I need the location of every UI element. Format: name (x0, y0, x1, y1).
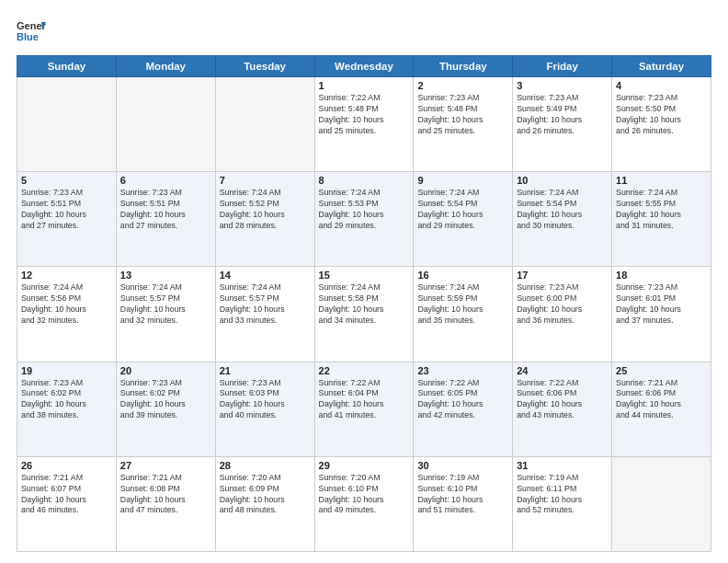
day-info: Sunrise: 7:22 AMSunset: 5:48 PMDaylight:… (319, 93, 410, 137)
day-info: Sunrise: 7:20 AMSunset: 6:10 PMDaylight:… (319, 473, 410, 517)
day-info: Sunrise: 7:21 AMSunset: 6:08 PMDaylight:… (120, 473, 211, 517)
calendar-day-cell: 30Sunrise: 7:19 AMSunset: 6:10 PMDayligh… (414, 456, 513, 551)
day-number: 29 (319, 460, 410, 471)
calendar-day-cell: 2Sunrise: 7:23 AMSunset: 5:48 PMDaylight… (414, 77, 513, 172)
day-info: Sunrise: 7:22 AMSunset: 6:04 PMDaylight:… (319, 378, 410, 422)
day-info: Sunrise: 7:24 AMSunset: 5:52 PMDaylight:… (220, 188, 311, 232)
calendar-day-cell (17, 77, 117, 172)
calendar-day-cell: 3Sunrise: 7:23 AMSunset: 5:49 PMDaylight… (513, 77, 612, 172)
day-info: Sunrise: 7:21 AMSunset: 6:06 PMDaylight:… (616, 378, 707, 422)
day-info: Sunrise: 7:24 AMSunset: 5:54 PMDaylight:… (417, 188, 508, 232)
day-info: Sunrise: 7:22 AMSunset: 6:05 PMDaylight:… (417, 378, 508, 422)
calendar-day-cell: 27Sunrise: 7:21 AMSunset: 6:08 PMDayligh… (116, 456, 215, 551)
calendar-day-cell: 4Sunrise: 7:23 AMSunset: 5:50 PMDaylight… (612, 77, 711, 172)
logo-graphic-icon: General Blue (17, 17, 46, 46)
weekday-header-wednesday: Wednesday (314, 56, 414, 77)
calendar-day-cell: 12Sunrise: 7:24 AMSunset: 5:56 PMDayligh… (17, 267, 117, 362)
day-info: Sunrise: 7:24 AMSunset: 5:58 PMDaylight:… (319, 282, 410, 327)
day-number: 14 (220, 270, 311, 281)
day-number: 6 (120, 175, 211, 186)
day-info: Sunrise: 7:19 AMSunset: 6:10 PMDaylight:… (417, 473, 508, 517)
day-number: 22 (319, 365, 410, 376)
calendar-day-cell: 23Sunrise: 7:22 AMSunset: 6:05 PMDayligh… (414, 362, 513, 456)
calendar-day-cell: 16Sunrise: 7:24 AMSunset: 5:59 PMDayligh… (414, 267, 513, 362)
day-number: 20 (120, 365, 211, 376)
calendar-week-row: 19Sunrise: 7:23 AMSunset: 6:02 PMDayligh… (17, 362, 711, 456)
calendar-week-row: 26Sunrise: 7:21 AMSunset: 6:07 PMDayligh… (17, 456, 711, 551)
calendar-day-cell: 19Sunrise: 7:23 AMSunset: 6:02 PMDayligh… (17, 362, 117, 456)
day-info: Sunrise: 7:24 AMSunset: 5:57 PMDaylight:… (220, 282, 311, 327)
day-number: 16 (417, 270, 508, 281)
calendar-day-cell: 7Sunrise: 7:24 AMSunset: 5:52 PMDaylight… (215, 172, 314, 267)
day-number: 31 (517, 460, 608, 471)
calendar-day-cell: 24Sunrise: 7:22 AMSunset: 6:06 PMDayligh… (513, 362, 612, 456)
day-number: 21 (220, 365, 311, 376)
day-info: Sunrise: 7:23 AMSunset: 6:00 PMDaylight:… (517, 282, 608, 327)
header: General Blue (17, 17, 711, 46)
weekday-header-tuesday: Tuesday (215, 56, 314, 77)
svg-text:General: General (17, 20, 46, 31)
day-number: 3 (517, 80, 608, 91)
calendar-page: General Blue SundayMondayTuesdayWednesda… (0, 0, 728, 563)
calendar-day-cell: 15Sunrise: 7:24 AMSunset: 5:58 PMDayligh… (314, 267, 414, 362)
day-info: Sunrise: 7:23 AMSunset: 6:02 PMDaylight:… (120, 378, 211, 422)
day-number: 17 (517, 270, 608, 281)
calendar-day-cell (612, 456, 711, 551)
svg-text:Blue: Blue (17, 31, 39, 42)
weekday-header-monday: Monday (116, 56, 215, 77)
calendar-day-cell: 5Sunrise: 7:23 AMSunset: 5:51 PMDaylight… (17, 172, 117, 267)
day-number: 26 (21, 460, 112, 471)
calendar-day-cell (116, 77, 215, 172)
calendar-day-cell: 31Sunrise: 7:19 AMSunset: 6:11 PMDayligh… (513, 456, 612, 551)
day-info: Sunrise: 7:23 AMSunset: 5:48 PMDaylight:… (417, 93, 508, 137)
day-number: 13 (120, 270, 211, 281)
calendar-day-cell: 13Sunrise: 7:24 AMSunset: 5:57 PMDayligh… (116, 267, 215, 362)
day-number: 4 (616, 80, 707, 91)
day-info: Sunrise: 7:21 AMSunset: 6:07 PMDaylight:… (21, 473, 112, 517)
day-number: 9 (417, 175, 508, 186)
day-info: Sunrise: 7:20 AMSunset: 6:09 PMDaylight:… (220, 473, 311, 517)
day-info: Sunrise: 7:23 AMSunset: 6:03 PMDaylight:… (220, 378, 311, 422)
day-info: Sunrise: 7:23 AMSunset: 5:51 PMDaylight:… (120, 188, 211, 232)
day-number: 23 (417, 365, 508, 376)
day-number: 28 (220, 460, 311, 471)
day-info: Sunrise: 7:24 AMSunset: 5:56 PMDaylight:… (21, 282, 112, 327)
weekday-header-saturday: Saturday (612, 56, 711, 77)
weekday-header-friday: Friday (513, 56, 612, 77)
calendar-day-cell: 6Sunrise: 7:23 AMSunset: 5:51 PMDaylight… (116, 172, 215, 267)
calendar-day-cell: 17Sunrise: 7:23 AMSunset: 6:00 PMDayligh… (513, 267, 612, 362)
calendar-day-cell: 11Sunrise: 7:24 AMSunset: 5:55 PMDayligh… (612, 172, 711, 267)
calendar-day-cell: 8Sunrise: 7:24 AMSunset: 5:53 PMDaylight… (314, 172, 414, 267)
day-info: Sunrise: 7:24 AMSunset: 5:57 PMDaylight:… (120, 282, 211, 327)
day-number: 2 (417, 80, 508, 91)
day-number: 24 (517, 365, 608, 376)
calendar-day-cell: 28Sunrise: 7:20 AMSunset: 6:09 PMDayligh… (215, 456, 314, 551)
calendar-table: SundayMondayTuesdayWednesdayThursdayFrid… (17, 55, 711, 552)
calendar-day-cell: 14Sunrise: 7:24 AMSunset: 5:57 PMDayligh… (215, 267, 314, 362)
day-info: Sunrise: 7:24 AMSunset: 5:55 PMDaylight:… (616, 188, 707, 232)
day-info: Sunrise: 7:24 AMSunset: 5:53 PMDaylight:… (319, 188, 410, 232)
day-info: Sunrise: 7:23 AMSunset: 6:01 PMDaylight:… (616, 282, 707, 327)
day-number: 10 (517, 175, 608, 186)
calendar-day-cell: 22Sunrise: 7:22 AMSunset: 6:04 PMDayligh… (314, 362, 414, 456)
calendar-day-cell: 29Sunrise: 7:20 AMSunset: 6:10 PMDayligh… (314, 456, 414, 551)
day-info: Sunrise: 7:24 AMSunset: 5:59 PMDaylight:… (417, 282, 508, 327)
day-number: 15 (319, 270, 410, 281)
day-info: Sunrise: 7:19 AMSunset: 6:11 PMDaylight:… (517, 473, 608, 517)
weekday-header-thursday: Thursday (414, 56, 513, 77)
calendar-day-cell: 21Sunrise: 7:23 AMSunset: 6:03 PMDayligh… (215, 362, 314, 456)
calendar-week-row: 1Sunrise: 7:22 AMSunset: 5:48 PMDaylight… (17, 77, 711, 172)
day-number: 30 (417, 460, 508, 471)
calendar-day-cell: 18Sunrise: 7:23 AMSunset: 6:01 PMDayligh… (612, 267, 711, 362)
day-number: 11 (616, 175, 707, 186)
day-info: Sunrise: 7:23 AMSunset: 5:50 PMDaylight:… (616, 93, 707, 137)
calendar-day-cell (215, 77, 314, 172)
calendar-week-row: 5Sunrise: 7:23 AMSunset: 5:51 PMDaylight… (17, 172, 711, 267)
day-number: 1 (319, 80, 410, 91)
day-number: 19 (21, 365, 112, 376)
day-number: 12 (21, 270, 112, 281)
day-info: Sunrise: 7:23 AMSunset: 5:51 PMDaylight:… (21, 188, 112, 232)
calendar-day-cell: 26Sunrise: 7:21 AMSunset: 6:07 PMDayligh… (17, 456, 117, 551)
logo: General Blue (17, 17, 46, 46)
day-info: Sunrise: 7:23 AMSunset: 6:02 PMDaylight:… (21, 378, 112, 422)
